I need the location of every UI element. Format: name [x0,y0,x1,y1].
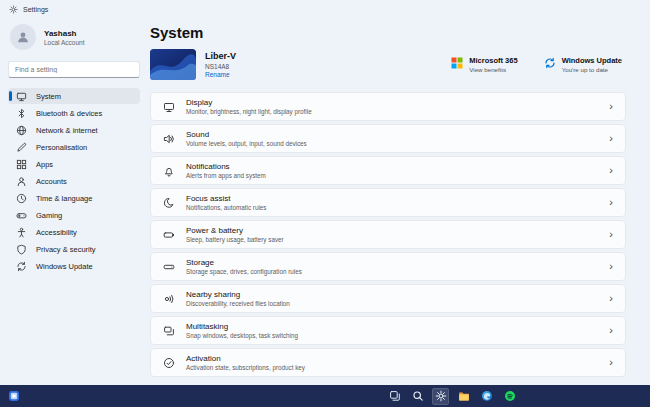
taskbar-center-icons [386,388,518,405]
device-header: Liber-V NS14A8 Rename Microsoft 365 View… [150,49,626,80]
sidebar-item-label: Apps [36,160,53,169]
device-name: Liber-V [205,51,236,61]
bluetooth-icon [16,108,27,119]
sound-icon [163,133,175,145]
user-text: Yashash Local Account [44,29,84,46]
sidebar-item-gaming[interactable]: Gaming [8,207,140,223]
card-title: Sound [186,130,307,139]
settings-card-notifications[interactable]: NotificationsAlerts from apps and system… [150,156,626,185]
accounts-person-icon [16,176,27,187]
windows-update-icon [544,56,556,69]
sidebar-item-apps[interactable]: Apps [8,156,140,172]
windows-update-status[interactable]: Windows Update You're up to date [544,56,622,74]
settings-card-power-battery[interactable]: Power & batterySleep, battery usage, bat… [150,220,626,249]
settings-gear-icon [9,5,18,14]
sidebar-item-personalisation[interactable]: Personalisation [8,139,140,155]
card-title: Multitasking [186,322,298,331]
card-title: Power & battery [186,226,284,235]
status-text: Windows Update You're up to date [562,56,622,74]
device-model: NS14A8 [205,63,236,70]
sidebar-item-windows-update[interactable]: Windows Update [8,258,140,274]
task-view-icon[interactable] [386,388,403,405]
card-subtitle: Volume levels, output, input, sound devi… [186,140,307,147]
search-input[interactable] [8,61,140,78]
settings-card-focus-assist[interactable]: Focus assistNotifications, automatic rul… [150,188,626,217]
sidebar-item-privacy-security[interactable]: Privacy & security [8,241,140,257]
card-title: Storage [186,258,302,267]
card-title: Notifications [186,162,266,171]
nearby-sharing-icon [163,293,175,305]
sidebar-nav: System Bluetooth & devices Network & int… [8,88,140,274]
multitasking-icon [163,325,175,337]
spotify-icon[interactable] [501,388,518,405]
selected-indicator [9,91,12,101]
card-subtitle: Monitor, brightness, night light, displa… [186,108,312,115]
sidebar-item-label: Bluetooth & devices [36,109,102,118]
system-icon [16,91,27,102]
user-account[interactable]: Yashash Local Account [8,22,140,58]
sidebar-item-system[interactable]: System [8,88,140,104]
settings-card-activation[interactable]: ActivationActivation state, subscription… [150,348,626,377]
apps-grid-icon [16,159,27,170]
device-info: Liber-V NS14A8 Rename [205,51,236,78]
battery-icon [163,229,175,241]
edge-icon[interactable] [478,388,495,405]
settings-card-display[interactable]: DisplayMonitor, brightness, night light,… [150,92,626,121]
chevron-right-icon: › [609,293,613,304]
device-thumbnail [150,49,196,80]
sidebar-item-label: Accounts [36,177,67,186]
settings-card-nearby-sharing[interactable]: Nearby sharingDiscoverability, received … [150,284,626,313]
chevron-right-icon: › [609,101,613,112]
settings-icon[interactable] [432,388,449,405]
titlebar: Settings [0,0,650,18]
storage-drive-icon [163,261,175,273]
sidebar-item-label: Windows Update [36,262,93,271]
status-group: Microsoft 365 View benefits Windows Upda… [451,56,626,74]
microsoft-365-status[interactable]: Microsoft 365 View benefits [451,56,517,74]
card-subtitle: Sleep, battery usage, battery saver [186,236,284,243]
sidebar-item-label: Privacy & security [36,245,96,254]
chevron-right-icon: › [609,261,613,272]
personalisation-brush-icon [16,142,27,153]
network-globe-icon [16,125,27,136]
search-icon[interactable] [409,388,426,405]
settings-card-storage[interactable]: StorageStorage space, drives, configurat… [150,252,626,281]
shield-icon [16,244,27,255]
sidebar-item-accounts[interactable]: Accounts [8,173,140,189]
sidebar-item-network-internet[interactable]: Network & internet [8,122,140,138]
status-title: Microsoft 365 [469,56,517,65]
sidebar-item-label: System [36,92,61,101]
rename-link[interactable]: Rename [205,71,236,78]
sidebar-item-bluetooth-devices[interactable]: Bluetooth & devices [8,105,140,121]
settings-card-sound[interactable]: SoundVolume levels, output, input, sound… [150,124,626,153]
status-subtitle: View benefits [469,66,517,73]
card-subtitle: Snap windows, desktops, task switching [186,332,298,339]
window-title: Settings [23,6,48,13]
file-explorer-icon[interactable] [455,388,472,405]
settings-window: Settings Yashash Local Account System Bl… [0,0,650,407]
update-arrows-icon [16,261,27,272]
sidebar-item-label: Time & language [36,194,92,203]
chevron-right-icon: › [609,197,613,208]
avatar [10,24,36,50]
sidebar-item-label: Gaming [36,211,62,220]
card-subtitle: Storage space, drives, configuration rul… [186,268,302,275]
microsoft-365-icon [451,56,463,69]
taskbar [0,385,650,407]
chevron-right-icon: › [609,133,613,144]
accessibility-icon [16,227,27,238]
sidebar-item-time-language[interactable]: Time & language [8,190,140,206]
clock-icon [16,193,27,204]
sidebar-item-label: Accessibility [36,228,77,237]
user-name: Yashash [44,29,84,38]
sidebar-item-accessibility[interactable]: Accessibility [8,224,140,240]
status-subtitle: You're up to date [562,66,622,73]
main-content: System Liber-V NS14A8 Rename Microsoft 3… [148,18,650,385]
sidebar-item-label: Personalisation [36,143,87,152]
status-text: Microsoft 365 View benefits [469,56,517,74]
gamepad-icon [16,210,27,221]
chevron-right-icon: › [609,357,613,368]
sidebar-item-label: Network & internet [36,126,98,135]
settings-card-multitasking[interactable]: MultitaskingSnap windows, desktops, task… [150,316,626,345]
widgets-icon[interactable] [5,388,22,405]
